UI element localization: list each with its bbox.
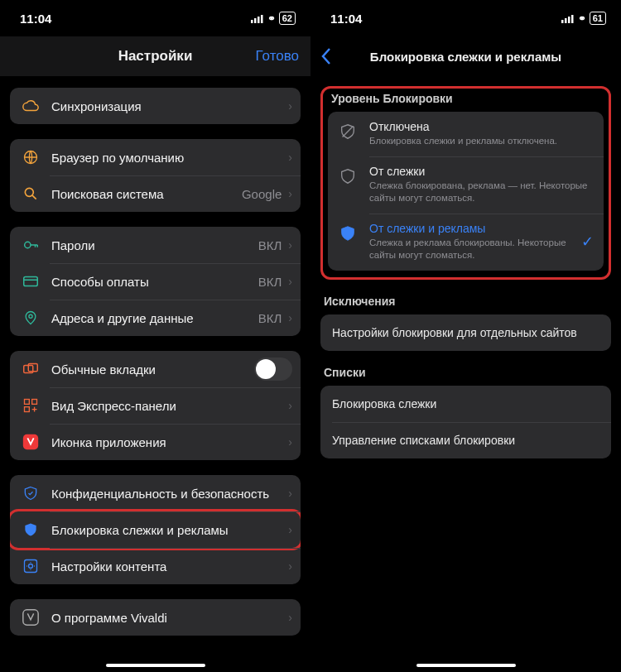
- done-button[interactable]: Готово: [256, 48, 300, 65]
- chevron-right-icon: ›: [288, 238, 292, 252]
- row-speed-dial[interactable]: Вид Экспресс-панели ›: [10, 387, 301, 424]
- chevron-right-icon: ›: [288, 611, 292, 624]
- option-title: От слежки: [369, 165, 594, 178]
- svg-rect-7: [24, 277, 38, 286]
- svg-rect-15: [25, 560, 37, 573]
- vivaldi-outline-icon: [20, 607, 41, 628]
- link-icon: ⚭: [267, 12, 276, 24]
- blocking-level-card: Отключена Блокировка слежки и рекламы от…: [328, 112, 604, 271]
- settings-screen: 11:04 ⚭ 62 Настройки Готово Синхронизаци…: [0, 0, 310, 672]
- shield-off-icon: [338, 122, 358, 142]
- row-tracker-ad-blocking[interactable]: Блокировка слежки и рекламы ›: [10, 511, 301, 548]
- chevron-right-icon: ›: [288, 399, 292, 412]
- chevron-right-icon: ›: [288, 523, 292, 536]
- option-trackers[interactable]: От слежки Слежка блокирована, реклама — …: [328, 156, 604, 214]
- tabs-toggle[interactable]: [254, 358, 292, 381]
- row-privacy-security[interactable]: Конфиденциальность и безопасность ›: [10, 475, 301, 511]
- chevron-right-icon: ›: [288, 275, 292, 288]
- svg-point-16: [29, 564, 33, 569]
- creditcard-icon: [20, 271, 41, 292]
- status-indicators: ⚭ 61: [561, 12, 606, 26]
- row-tracker-blocking-list[interactable]: Блокировка слежки: [320, 386, 611, 422]
- row-addresses[interactable]: Адреса и другие данные ВКЛ ›: [10, 300, 301, 336]
- section-lists: Списки: [324, 366, 608, 379]
- row-default-browser[interactable]: Браузер по умолчанию ›: [10, 139, 301, 175]
- group-sync: Синхронизация ›: [10, 88, 301, 124]
- nav-title: Настройки: [118, 48, 193, 65]
- row-content-settings[interactable]: Настройки контента ›: [10, 548, 301, 584]
- svg-rect-0: [251, 20, 253, 23]
- row-search-engine[interactable]: Поисковая система Google ›: [10, 175, 301, 212]
- home-indicator[interactable]: [416, 664, 516, 667]
- option-title: От слежки и рекламы: [369, 222, 575, 235]
- option-disabled[interactable]: Отключена Блокировка слежки и рекламы от…: [328, 112, 604, 156]
- svg-point-5: [25, 188, 33, 196]
- exceptions-card: Настройки блокировки для отдельных сайто…: [320, 314, 611, 351]
- signal-icon: [561, 12, 575, 26]
- pin-icon: [20, 307, 41, 329]
- row-value: Google: [242, 187, 282, 201]
- blocking-content: Уровень Блокировки Отключена Блокировка …: [310, 76, 621, 672]
- status-bar: 11:04 ⚭ 61: [310, 0, 621, 36]
- svg-rect-18: [561, 20, 564, 23]
- blocking-level-highlight: Уровень Блокировки Отключена Блокировка …: [320, 86, 611, 280]
- status-time: 11:04: [330, 12, 362, 26]
- svg-rect-21: [571, 15, 574, 23]
- svg-rect-13: [25, 407, 30, 412]
- nav-header: Блокировка слежки и рекламы: [310, 36, 621, 76]
- svg-rect-3: [261, 15, 263, 23]
- option-desc: Слежка и реклама блокированы. Некоторые …: [369, 237, 575, 262]
- status-indicators: ⚭ 62: [251, 12, 296, 26]
- battery-indicator: 61: [590, 12, 606, 25]
- grid-icon: [20, 395, 41, 416]
- option-desc: Блокировка слежки и рекламы отключена.: [369, 135, 594, 148]
- battery-indicator: 62: [279, 12, 296, 25]
- key-icon: [20, 234, 41, 256]
- row-app-icon[interactable]: Иконка приложения ›: [10, 424, 301, 460]
- svg-rect-17: [23, 610, 38, 625]
- chevron-right-icon: ›: [288, 99, 292, 113]
- section-blocking-level: Уровень Блокировки: [331, 92, 600, 105]
- svg-rect-20: [568, 17, 570, 23]
- row-regular-tabs[interactable]: Обычные вкладки: [10, 351, 301, 387]
- status-bar: 11:04 ⚭ 62: [0, 0, 310, 36]
- shield-fill-icon: [338, 223, 358, 243]
- status-time: 11:04: [20, 12, 51, 26]
- svg-rect-11: [25, 400, 30, 405]
- svg-rect-2: [258, 17, 260, 23]
- option-trackers-ads[interactable]: От слежки и рекламы Слежка и реклама бло…: [328, 214, 604, 271]
- group-about: О программе Vivaldi ›: [10, 599, 301, 636]
- shield-outline-icon: [338, 166, 358, 186]
- nav-header: Настройки Готово: [0, 36, 310, 76]
- settings-content: Синхронизация › Браузер по умолчанию › П…: [0, 76, 310, 672]
- cloud-icon: [20, 95, 41, 117]
- back-button[interactable]: [320, 47, 332, 65]
- row-payment[interactable]: Способы оплаты ВКЛ ›: [10, 263, 301, 300]
- group-autofill: Пароли ВКЛ › Способы оплаты ВКЛ › Адреса…: [10, 227, 301, 336]
- svg-rect-1: [254, 18, 257, 23]
- chevron-right-icon: ›: [288, 311, 292, 324]
- row-manage-lists[interactable]: Управление списками блокировки: [320, 422, 611, 458]
- section-exceptions: Исключения: [324, 295, 608, 308]
- link-icon: ⚭: [578, 12, 586, 24]
- svg-rect-14: [23, 434, 38, 449]
- shield-fill-icon: [20, 519, 41, 540]
- globe-icon: [20, 146, 41, 168]
- row-sync[interactable]: Синхронизация ›: [10, 88, 301, 124]
- row-about-vivaldi[interactable]: О программе Vivaldi ›: [10, 599, 301, 636]
- shield-check-icon: [20, 482, 41, 504]
- nav-title: Блокировка слежки и рекламы: [370, 50, 561, 64]
- lists-card: Блокировка слежки Управление списками бл…: [320, 386, 611, 458]
- chevron-right-icon: ›: [288, 487, 292, 500]
- gear-box-icon: [20, 555, 41, 577]
- home-indicator[interactable]: [106, 664, 205, 667]
- chevron-right-icon: ›: [288, 151, 292, 164]
- svg-point-8: [29, 314, 32, 318]
- group-appearance: Обычные вкладки Вид Экспресс-панели › Ик…: [10, 351, 301, 460]
- group-defaults: Браузер по умолчанию › Поисковая система…: [10, 139, 301, 212]
- row-per-site-settings[interactable]: Настройки блокировки для отдельных сайто…: [320, 314, 611, 351]
- row-passwords[interactable]: Пароли ВКЛ ›: [10, 227, 301, 263]
- tabs-icon: [20, 358, 41, 380]
- svg-rect-19: [565, 18, 567, 23]
- chevron-right-icon: ›: [288, 559, 292, 573]
